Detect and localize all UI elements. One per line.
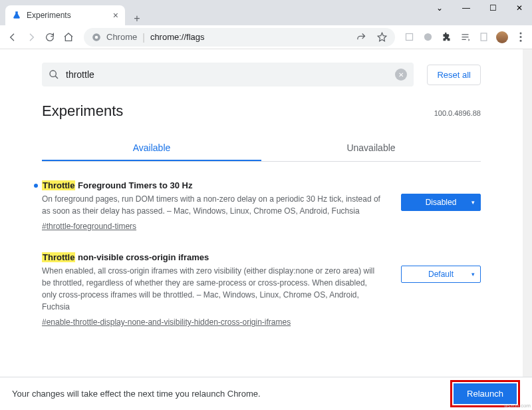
chrome-icon bbox=[92, 33, 101, 42]
flag-title: Throttle Foreground Timers to 30 Hz bbox=[42, 180, 382, 190]
url-separator: | bbox=[142, 32, 145, 43]
svg-point-8 bbox=[50, 71, 56, 77]
svg-point-7 bbox=[520, 40, 522, 42]
tab-title: Experiments bbox=[27, 11, 71, 20]
square-icon[interactable] bbox=[403, 31, 415, 43]
star-icon[interactable] bbox=[377, 32, 387, 42]
browser-tab[interactable]: Experiments × bbox=[5, 5, 125, 25]
flag-description: On foreground pages, run DOM timers with… bbox=[42, 193, 382, 217]
version-label: 100.0.4896.88 bbox=[434, 109, 481, 117]
flags-tabs: Available Unavailable bbox=[42, 136, 481, 162]
close-window-button[interactable]: ✕ bbox=[511, 1, 528, 15]
search-icon bbox=[49, 69, 59, 80]
scrollbar[interactable] bbox=[523, 49, 532, 377]
chevron-down-icon: ▾ bbox=[471, 271, 475, 278]
close-icon[interactable]: × bbox=[113, 10, 118, 21]
notes-icon[interactable] bbox=[477, 31, 489, 43]
flag-title: Throttle non-visible cross-origin iframe… bbox=[42, 252, 382, 262]
svg-point-5 bbox=[520, 32, 522, 34]
chevron-down-icon: ▾ bbox=[471, 199, 475, 206]
relaunch-message: Your changes will take effect the next t… bbox=[12, 389, 261, 399]
stop-icon[interactable] bbox=[422, 31, 434, 43]
relaunch-bar: Your changes will take effect the next t… bbox=[0, 377, 532, 410]
browser-toolbar: Chrome | chrome://flags bbox=[0, 25, 532, 49]
flag-select-default[interactable]: Default ▾ bbox=[401, 266, 481, 283]
page-title: Experiments bbox=[42, 102, 123, 120]
window-controls: ⌄ — ☐ ✕ bbox=[431, 1, 528, 15]
flag-item: Throttle Foreground Timers to 30 Hz On f… bbox=[42, 180, 481, 231]
flag-anchor-link[interactable]: #throttle-foreground-timers bbox=[42, 222, 136, 231]
extension-icons bbox=[403, 31, 527, 43]
watermark: wsxdn.com bbox=[504, 403, 531, 409]
address-bar[interactable]: Chrome | chrome://flags bbox=[84, 28, 395, 47]
new-tab-button[interactable]: + bbox=[130, 12, 144, 25]
modified-dot-icon bbox=[34, 184, 38, 188]
flag-item: Throttle non-visible cross-origin iframe… bbox=[42, 252, 481, 327]
search-input[interactable] bbox=[66, 69, 388, 80]
svg-point-1 bbox=[95, 35, 98, 39]
reading-list-icon[interactable] bbox=[459, 31, 471, 43]
minimize-button[interactable]: — bbox=[458, 1, 475, 15]
search-box[interactable]: ✕ bbox=[42, 63, 414, 87]
flask-icon bbox=[12, 11, 21, 20]
tab-strip: Experiments × + bbox=[0, 0, 144, 25]
url-text: chrome://flags bbox=[150, 32, 205, 42]
tab-unavailable[interactable]: Unavailable bbox=[261, 136, 481, 161]
relaunch-button[interactable]: Relaunch bbox=[454, 383, 517, 404]
clear-search-icon[interactable]: ✕ bbox=[395, 69, 407, 81]
maximize-button[interactable]: ☐ bbox=[484, 1, 501, 15]
menu-icon[interactable] bbox=[515, 31, 527, 43]
svg-point-3 bbox=[424, 33, 431, 41]
extensions-icon[interactable] bbox=[440, 31, 452, 43]
reset-all-button[interactable]: Reset all bbox=[427, 65, 481, 85]
svg-rect-4 bbox=[481, 33, 487, 41]
share-icon[interactable] bbox=[356, 32, 366, 42]
flag-description: When enabled, all cross-origin iframes w… bbox=[42, 265, 382, 313]
page-content: ✕ Reset all Experiments 100.0.4896.88 Av… bbox=[0, 49, 523, 377]
flag-anchor-link[interactable]: #enable-throttle-display-none-and-visibi… bbox=[42, 317, 291, 327]
chevron-down-icon[interactable]: ⌄ bbox=[431, 1, 448, 15]
forward-button[interactable] bbox=[24, 30, 39, 45]
svg-point-6 bbox=[520, 36, 522, 38]
back-button[interactable] bbox=[5, 30, 20, 45]
home-button[interactable] bbox=[61, 30, 76, 45]
window-titlebar: Experiments × + ⌄ — ☐ ✕ bbox=[0, 0, 532, 25]
profile-avatar[interactable] bbox=[496, 31, 508, 43]
url-scheme: Chrome bbox=[106, 32, 137, 42]
tab-available[interactable]: Available bbox=[42, 136, 261, 161]
reload-button[interactable] bbox=[43, 30, 57, 45]
svg-rect-2 bbox=[406, 34, 412, 41]
flag-select-disabled[interactable]: Disabled ▾ bbox=[401, 194, 481, 211]
